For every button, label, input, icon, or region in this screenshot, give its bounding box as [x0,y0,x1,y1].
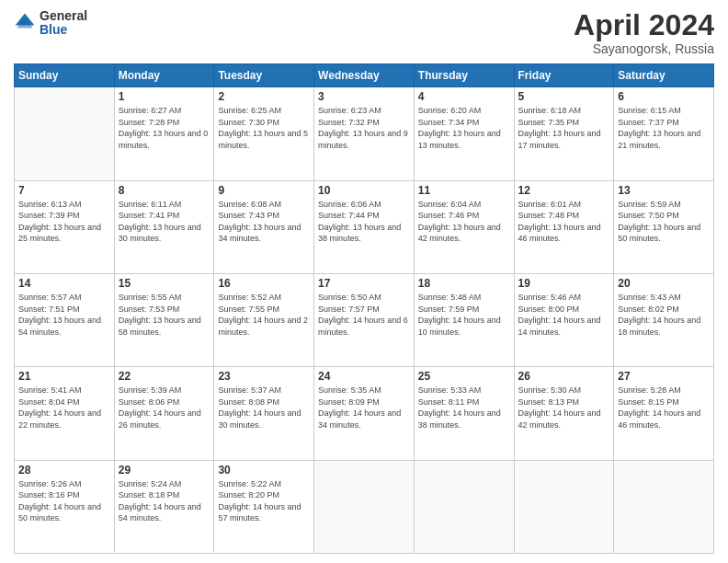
calendar-cell: 12Sunrise: 6:01 AMSunset: 7:48 PMDayligh… [514,180,614,273]
title-area: April 2024 Sayanogorsk, Russia [574,9,714,56]
day-info: Sunrise: 5:43 AMSunset: 8:02 PMDaylight:… [618,292,710,338]
day-number: 19 [518,277,610,290]
day-number: 14 [18,277,110,290]
day-info: Sunrise: 5:57 AMSunset: 7:51 PMDaylight:… [18,292,110,338]
day-info: Sunrise: 6:20 AMSunset: 7:34 PMDaylight:… [418,105,510,151]
calendar-cell: 25Sunrise: 5:33 AMSunset: 8:11 PMDayligh… [414,367,514,460]
week-row-2: 7Sunrise: 6:13 AMSunset: 7:39 PMDaylight… [15,180,714,273]
day-number: 9 [218,184,310,197]
day-info: Sunrise: 5:30 AMSunset: 8:13 PMDaylight:… [518,385,610,431]
day-number: 27 [618,370,710,383]
calendar-cell: 17Sunrise: 5:50 AMSunset: 7:57 PMDayligh… [314,273,415,366]
day-info: Sunrise: 6:06 AMSunset: 7:44 PMDaylight:… [318,199,410,245]
calendar-cell: 11Sunrise: 6:04 AMSunset: 7:46 PMDayligh… [414,180,514,273]
column-header-tuesday: Tuesday [214,64,314,87]
calendar-cell: 20Sunrise: 5:43 AMSunset: 8:02 PMDayligh… [614,273,714,366]
day-info: Sunrise: 6:11 AMSunset: 7:41 PMDaylight:… [119,199,210,245]
logo-general-text: General [40,9,87,23]
column-header-sunday: Sunday [15,64,115,87]
calendar-cell [414,460,514,553]
day-number: 1 [119,90,210,103]
day-number: 11 [418,184,510,197]
calendar-cell: 16Sunrise: 5:52 AMSunset: 7:55 PMDayligh… [214,273,314,366]
column-header-monday: Monday [114,64,214,87]
day-info: Sunrise: 5:46 AMSunset: 8:00 PMDaylight:… [518,292,610,338]
calendar-cell: 30Sunrise: 5:22 AMSunset: 8:20 PMDayligh… [214,460,314,553]
calendar-cell: 27Sunrise: 5:28 AMSunset: 8:15 PMDayligh… [614,367,714,460]
day-info: Sunrise: 5:59 AMSunset: 7:50 PMDaylight:… [618,199,710,245]
day-number: 22 [119,370,210,383]
day-info: Sunrise: 5:37 AMSunset: 8:08 PMDaylight:… [218,385,310,431]
calendar-cell: 5Sunrise: 6:18 AMSunset: 7:35 PMDaylight… [514,87,614,180]
day-number: 3 [318,90,410,103]
calendar-cell: 26Sunrise: 5:30 AMSunset: 8:13 PMDayligh… [514,367,614,460]
page: General Blue April 2024 Sayanogorsk, Rus… [0,0,728,563]
day-number: 16 [218,277,310,290]
calendar-cell: 9Sunrise: 6:08 AMSunset: 7:43 PMDaylight… [214,180,314,273]
main-title: April 2024 [574,9,714,41]
day-info: Sunrise: 5:28 AMSunset: 8:15 PMDaylight:… [618,385,710,431]
day-number: 2 [218,90,310,103]
day-info: Sunrise: 5:50 AMSunset: 7:57 PMDaylight:… [318,292,410,338]
logo-blue-text: Blue [40,23,87,37]
day-info: Sunrise: 6:15 AMSunset: 7:37 PMDaylight:… [618,105,710,151]
calendar-cell: 10Sunrise: 6:06 AMSunset: 7:44 PMDayligh… [314,180,415,273]
day-info: Sunrise: 6:23 AMSunset: 7:32 PMDaylight:… [318,105,410,151]
day-number: 4 [418,90,510,103]
day-info: Sunrise: 6:08 AMSunset: 7:43 PMDaylight:… [218,199,310,245]
week-row-3: 14Sunrise: 5:57 AMSunset: 7:51 PMDayligh… [15,273,714,366]
day-info: Sunrise: 6:18 AMSunset: 7:35 PMDaylight:… [518,105,610,151]
logo-icon [14,12,36,34]
day-number: 21 [18,370,110,383]
calendar-cell: 1Sunrise: 6:27 AMSunset: 7:28 PMDaylight… [114,87,214,180]
calendar-table: SundayMondayTuesdayWednesdayThursdayFrid… [14,63,714,554]
calendar-cell: 21Sunrise: 5:41 AMSunset: 8:04 PMDayligh… [15,367,115,460]
day-number: 20 [618,277,710,290]
day-info: Sunrise: 5:22 AMSunset: 8:20 PMDaylight:… [218,478,310,524]
calendar-cell: 7Sunrise: 6:13 AMSunset: 7:39 PMDaylight… [15,180,115,273]
calendar-cell: 28Sunrise: 5:26 AMSunset: 8:16 PMDayligh… [15,460,115,553]
calendar-cell [15,87,115,180]
day-info: Sunrise: 6:01 AMSunset: 7:48 PMDaylight:… [518,199,610,245]
day-info: Sunrise: 5:39 AMSunset: 8:06 PMDaylight:… [119,385,210,431]
day-number: 30 [218,464,310,477]
calendar-cell: 29Sunrise: 5:24 AMSunset: 8:18 PMDayligh… [114,460,214,553]
day-info: Sunrise: 5:52 AMSunset: 7:55 PMDaylight:… [218,292,310,338]
day-number: 15 [119,277,210,290]
day-info: Sunrise: 6:25 AMSunset: 7:30 PMDaylight:… [218,105,310,151]
day-number: 10 [318,184,410,197]
day-number: 26 [518,370,610,383]
day-info: Sunrise: 5:55 AMSunset: 7:53 PMDaylight:… [119,292,210,338]
calendar-cell [514,460,614,553]
calendar-cell: 8Sunrise: 6:11 AMSunset: 7:41 PMDaylight… [114,180,214,273]
day-number: 7 [18,184,110,197]
week-row-4: 21Sunrise: 5:41 AMSunset: 8:04 PMDayligh… [15,367,714,460]
day-number: 18 [418,277,510,290]
calendar-cell: 13Sunrise: 5:59 AMSunset: 7:50 PMDayligh… [614,180,714,273]
day-number: 25 [418,370,510,383]
calendar-cell: 23Sunrise: 5:37 AMSunset: 8:08 PMDayligh… [214,367,314,460]
calendar-cell: 2Sunrise: 6:25 AMSunset: 7:30 PMDaylight… [214,87,314,180]
day-info: Sunrise: 5:35 AMSunset: 8:09 PMDaylight:… [318,385,410,431]
day-info: Sunrise: 5:26 AMSunset: 8:16 PMDaylight:… [18,478,110,524]
day-number: 13 [618,184,710,197]
day-info: Sunrise: 6:27 AMSunset: 7:28 PMDaylight:… [119,105,210,151]
calendar-cell: 22Sunrise: 5:39 AMSunset: 8:06 PMDayligh… [114,367,214,460]
calendar-cell: 24Sunrise: 5:35 AMSunset: 8:09 PMDayligh… [314,367,415,460]
calendar-cell [614,460,714,553]
calendar-body: 1Sunrise: 6:27 AMSunset: 7:28 PMDaylight… [15,87,714,554]
day-info: Sunrise: 6:13 AMSunset: 7:39 PMDaylight:… [18,199,110,245]
logo-text: General Blue [40,9,87,38]
day-number: 29 [119,464,210,477]
day-number: 23 [218,370,310,383]
day-info: Sunrise: 5:48 AMSunset: 7:59 PMDaylight:… [418,292,510,338]
logo: General Blue [14,9,87,38]
week-row-1: 1Sunrise: 6:27 AMSunset: 7:28 PMDaylight… [15,87,714,180]
calendar-cell [314,460,415,553]
calendar-cell: 19Sunrise: 5:46 AMSunset: 8:00 PMDayligh… [514,273,614,366]
header: General Blue April 2024 Sayanogorsk, Rus… [14,9,714,56]
subtitle: Sayanogorsk, Russia [574,41,714,56]
calendar-cell: 4Sunrise: 6:20 AMSunset: 7:34 PMDaylight… [414,87,514,180]
column-header-wednesday: Wednesday [314,64,415,87]
day-info: Sunrise: 5:33 AMSunset: 8:11 PMDaylight:… [418,385,510,431]
